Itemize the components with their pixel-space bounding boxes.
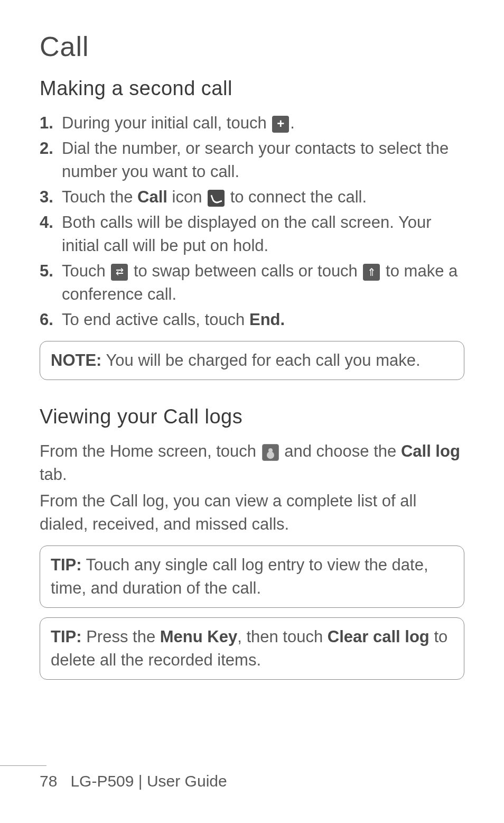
step-3: 3. Touch the Call icon to connect the ca… [40,186,464,209]
tip-pre: Press the [82,627,160,646]
footer-divider: | [134,772,146,790]
tip-text: TIP: Press the Menu Key, then touch Clea… [51,625,453,672]
step-2: 2. Dial the number, or search your conta… [40,137,464,183]
step-text-mid: to swap between calls or touch [129,262,362,280]
step-text-pre: Touch [62,262,110,280]
step-5: 5. Touch to swap between calls or touch … [40,260,464,306]
call-log-para-2: From the Call log, you can view a comple… [40,489,464,536]
page-footer: 78 LG-P509 | User Guide [0,765,504,790]
clear-call-log-label: Clear call log [328,627,430,646]
guide-label: User Guide [147,772,227,790]
tip-body: Touch any single call log entry to view … [51,556,428,597]
call-log-label: Call log [401,442,460,460]
section-heading-making-second-call: Making a second call [40,77,464,100]
step-text-post: to connect the call. [226,188,367,206]
call-label: Call [137,188,167,206]
menu-key-label: Menu Key [160,627,237,646]
swap-calls-icon [111,264,128,281]
step-text-mid: icon [167,188,207,206]
call-icon [208,190,225,207]
footer-text: 78 LG-P509 | User Guide [0,772,504,790]
tip-box-1: TIP: Touch any single call log entry to … [40,545,464,608]
step-text: Both calls will be displayed on the call… [62,213,432,255]
step-4: 4. Both calls will be displayed on the c… [40,211,464,257]
step-1: 1. During your initial call, touch . [40,112,464,135]
para-text-pre: From the Home screen, touch [40,442,261,460]
step-number: 3. [40,186,53,209]
tip-label: TIP: [51,627,82,646]
page-number: 78 [40,772,57,790]
para-text-end: tab. [40,465,67,484]
end-label: End. [249,310,285,329]
step-text-end: . [290,114,295,132]
step-number: 1. [40,112,53,135]
note-box: NOTE: You will be charged for each call … [40,341,464,380]
step-number: 5. [40,260,53,283]
tip-mid: , then touch [237,627,328,646]
step-text-pre: To end active calls, touch [62,310,249,329]
tip-text: TIP: Touch any single call log entry to … [51,553,453,600]
call-log-para-1: From the Home screen, touch and choose t… [40,440,464,486]
merge-calls-icon [363,264,380,281]
step-text-pre: Touch the [62,188,137,206]
contacts-icon [262,444,279,461]
step-text: Dial the number, or search your contacts… [62,139,449,181]
tip-box-2: TIP: Press the Menu Key, then touch Clea… [40,617,464,680]
para-text-post: and choose the [280,442,401,460]
add-call-icon [272,116,289,133]
step-number: 6. [40,308,53,331]
note-label: NOTE: [51,351,101,369]
tip-label: TIP: [51,556,82,574]
note-body: You will be charged for each call you ma… [101,351,420,369]
footer-divider-line [0,765,46,766]
step-number: 4. [40,211,53,234]
page-title: Call [40,31,464,62]
section-heading-viewing-call-logs: Viewing your Call logs [40,405,464,428]
note-text: NOTE: You will be charged for each call … [51,349,453,372]
step-text: During your initial call, touch [62,114,271,132]
step-number: 2. [40,137,53,160]
model-name: LG-P509 [70,772,134,790]
step-6: 6. To end active calls, touch End. [40,308,464,331]
